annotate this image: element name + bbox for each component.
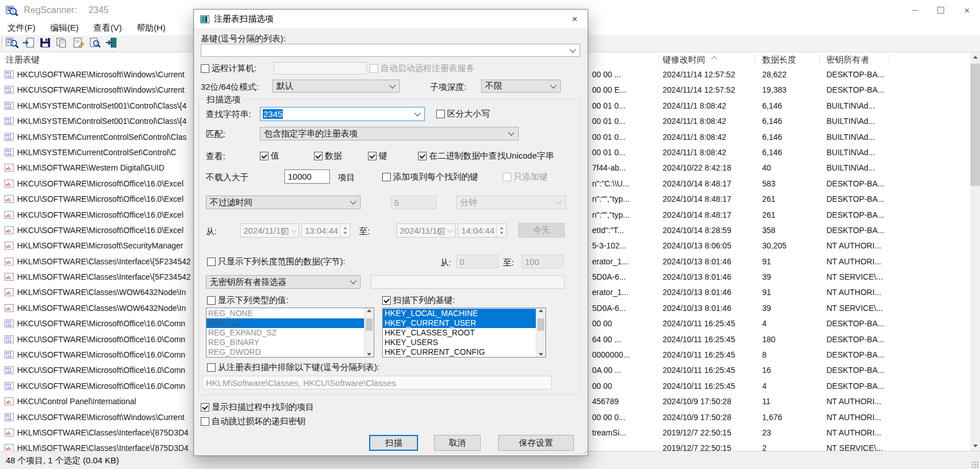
properties-button[interactable]	[70, 36, 86, 51]
listbox-item[interactable]: REG_NONE	[206, 309, 364, 318]
skip-corrupt-keys-checkbox[interactable]	[201, 417, 209, 426]
key-owner-cell: DESKTOP-BA...	[826, 381, 888, 391]
scroll-down-icon[interactable]	[367, 353, 371, 356]
remote-computer-checkbox[interactable]	[201, 64, 209, 73]
spinner-arrows-icon[interactable]	[340, 224, 350, 237]
exclude-keys-input[interactable]: HKLM\Software\Classes, HKCU\Software\Cla…	[202, 376, 552, 389]
close-button[interactable]: ×	[954, 0, 980, 20]
dialog-titlebar[interactable]: 注册表扫描选项 ×	[194, 10, 588, 28]
scrollbar-thumb[interactable]	[366, 318, 373, 331]
column-header-data-length[interactable]: 数据长度	[762, 55, 796, 65]
scroll-down-icon[interactable]	[970, 441, 980, 451]
scrollbar-thumb[interactable]	[537, 318, 544, 331]
listbox-item[interactable]: HKEY_CLASSES_ROOT	[383, 328, 536, 338]
modified-time-cell: 2024/10/14 8:28:59	[663, 226, 758, 235]
maximize-button[interactable]	[928, 0, 954, 20]
chevron-down-icon[interactable]	[350, 277, 356, 284]
from-time-spinner[interactable]: 13:04:44	[301, 223, 350, 238]
scroll-up-icon[interactable]	[970, 52, 980, 62]
save-settings-button[interactable]: 保存设置	[498, 435, 574, 451]
spinner-arrows-icon[interactable]	[496, 224, 506, 237]
add-entry-per-key-checkbox[interactable]	[382, 173, 391, 181]
value-types-listbox[interactable]: REG_NONEREG_SZREG_EXPAND_SZREG_BINARYREG…	[206, 308, 374, 358]
length-filter-checkbox[interactable]	[207, 258, 216, 266]
listbox-scrollbar[interactable]	[364, 308, 374, 357]
listbox-scrollbar[interactable]	[536, 308, 545, 357]
listbox-item[interactable]: REG_BINARY	[206, 338, 364, 347]
chevron-down-icon[interactable]	[447, 226, 453, 233]
exclude-keys-checkbox[interactable]	[207, 363, 216, 372]
cancel-button[interactable]: 取消	[434, 435, 481, 451]
listbox-item[interactable]: HKEY_USERS	[383, 338, 536, 347]
copy-button[interactable]	[53, 36, 70, 51]
svg-text:ab: ab	[6, 399, 11, 405]
match-mode-dropdown[interactable]: 包含指定字串的注册表项	[260, 127, 519, 140]
subkey-depth-dropdown[interactable]: 不限	[481, 80, 561, 93]
modified-time-cell: 2024/11/1 8:08:42	[663, 101, 758, 110]
base-keys-combobox[interactable]	[201, 44, 580, 57]
scroll-down-icon[interactable]	[539, 353, 543, 356]
menu-help[interactable]: 帮助(H)	[129, 20, 173, 35]
scrollbar-thumb[interactable]	[970, 64, 980, 186]
time-unit-dropdown: 分钟	[456, 196, 566, 209]
scroll-up-icon[interactable]	[367, 309, 371, 312]
value-types-checkbox[interactable]	[207, 296, 216, 305]
column-separator[interactable]	[658, 54, 659, 65]
menu-edit[interactable]: 编辑(E)	[43, 20, 86, 35]
bit-mode-dropdown[interactable]: 默认	[272, 80, 400, 93]
listbox-item[interactable]: HKEY_CURRENT_USER	[383, 318, 536, 328]
load-limit-input[interactable]: 10000	[284, 169, 330, 184]
list-scrollbar[interactable]	[970, 52, 980, 451]
svg-text:110: 110	[6, 106, 11, 109]
key-owner-cell: DESKTOP-BA...	[826, 350, 888, 359]
listbox-item[interactable]: HKEY_CURRENT_CONFIG	[383, 347, 536, 357]
from-date-picker[interactable]: 2024/11/16	[240, 223, 299, 238]
chevron-down-icon[interactable]	[389, 82, 395, 88]
column-header-modified-time[interactable]: 键修改时间	[663, 55, 716, 65]
show-found-items-label: 显示扫描过程中找到的项目	[212, 402, 314, 413]
base-keys-listbox[interactable]: HKEY_LOCAL_MACHINEHKEY_CURRENT_USERHKEY_…	[382, 308, 546, 358]
find-button[interactable]	[86, 36, 103, 51]
save-button[interactable]	[37, 36, 53, 51]
column-separator[interactable]	[819, 54, 820, 65]
column-header-registry-key[interactable]: 注册表键	[6, 55, 40, 65]
menu-file[interactable]: 文件(F)	[0, 20, 43, 35]
look-keys-checkbox[interactable]	[368, 152, 377, 160]
base-keys-scan-checkbox[interactable]	[382, 296, 391, 305]
column-separator[interactable]	[755, 54, 755, 65]
case-sensitive-checkbox[interactable]	[436, 110, 445, 118]
dialog-close-button[interactable]: ×	[562, 10, 588, 28]
exit-button[interactable]	[103, 36, 119, 51]
scan-button[interactable]	[4, 36, 20, 51]
to-date-picker[interactable]: 2024/11/16	[396, 223, 456, 238]
scan-button[interactable]: 扫描	[369, 435, 418, 451]
load-button[interactable]	[20, 36, 37, 51]
look-data-checkbox[interactable]	[314, 152, 322, 160]
chevron-down-icon[interactable]	[414, 110, 420, 116]
time-filter-dropdown[interactable]: 不过滤时间	[206, 196, 361, 209]
chevron-down-icon[interactable]	[291, 226, 297, 233]
minimize-button[interactable]	[902, 0, 928, 20]
show-found-items-checkbox[interactable]	[201, 403, 209, 412]
find-string-combobox[interactable]: 2345	[260, 107, 425, 121]
listbox-item[interactable]: REG_SZ	[206, 318, 364, 328]
column-header-key-owner[interactable]: 密钥所有者	[826, 55, 869, 65]
listbox-item[interactable]: REG_EXPAND_SZ	[206, 328, 364, 338]
scroll-up-icon[interactable]	[539, 309, 543, 312]
chevron-down-icon[interactable]	[550, 82, 556, 88]
look-values-checkbox[interactable]	[260, 152, 268, 160]
chevron-down-icon[interactable]	[569, 46, 576, 52]
chevron-down-icon[interactable]	[508, 129, 514, 135]
remote-computer-input[interactable]	[274, 62, 367, 74]
chevron-down-icon[interactable]	[350, 198, 356, 204]
listbox-item[interactable]: REG_DWORD	[206, 347, 364, 357]
resize-grip[interactable]	[971, 461, 979, 468]
listbox-item[interactable]: HKEY_LOCAL_MACHINE	[383, 309, 536, 318]
menu-view[interactable]: 查看(V)	[86, 20, 129, 35]
to-time-spinner[interactable]: 14:04:44	[458, 223, 507, 238]
look-unicode-checkbox[interactable]	[418, 152, 427, 160]
dialog-resize-grip[interactable]	[580, 448, 587, 455]
owner-filter-dropdown[interactable]: 无密钥所有者筛选器	[206, 275, 361, 289]
column-separator[interactable]	[889, 54, 890, 65]
owner-filter-input[interactable]	[371, 275, 565, 289]
